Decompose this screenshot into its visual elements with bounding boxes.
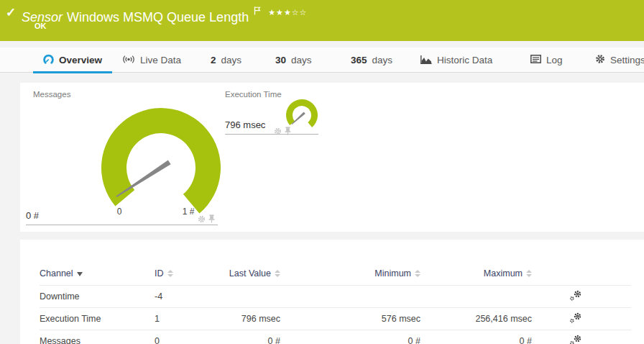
tab-2-days[interactable]: 2 days xyxy=(202,47,250,73)
tab-label: days xyxy=(372,55,393,65)
channel-maximum xyxy=(420,286,532,308)
column-header-channel[interactable]: Channel xyxy=(40,268,73,279)
column-header-last-value[interactable]: Last Value xyxy=(229,268,271,279)
flag-icon[interactable] xyxy=(254,4,261,18)
tab-30-days[interactable]: 30 days xyxy=(267,47,321,73)
channel-name[interactable]: Messages xyxy=(40,330,155,344)
channel-maximum: 0 # xyxy=(420,330,532,344)
tab-number: 30 xyxy=(275,55,286,65)
status-badge: OK xyxy=(34,22,47,30)
tab-365-days[interactable]: 365 days xyxy=(342,47,401,73)
messages-current-value: 0 # xyxy=(26,210,39,221)
sensor-header: ✓ SensorWindows MSMQ Queue Length★★★☆☆ O… xyxy=(0,0,644,41)
log-icon xyxy=(530,55,541,65)
channel-id: 0 xyxy=(155,330,216,344)
table-header-row: Channel ID Last Value Minimum Maximum xyxy=(40,266,631,286)
gear-icon xyxy=(595,54,605,66)
channel-last-value: 0 # xyxy=(216,330,280,344)
tab-number: 2 xyxy=(211,55,216,65)
execution-time-gauge-label: Execution Time xyxy=(225,90,282,99)
divider xyxy=(225,134,318,135)
tab-live-data[interactable]: Live Data xyxy=(114,47,190,73)
sort-desc-icon[interactable] xyxy=(77,272,83,276)
channel-last-value xyxy=(216,286,280,308)
area-chart-icon xyxy=(420,55,432,66)
channel-minimum: 0 # xyxy=(280,330,420,344)
channel-last-value: 796 msec xyxy=(216,308,280,330)
channel-table: Channel ID Last Value Minimum Maximum Do… xyxy=(40,266,631,344)
channel-id: -4 xyxy=(155,286,216,308)
column-header-maximum[interactable]: Maximum xyxy=(484,268,523,279)
channel-table-panel: Channel ID Last Value Minimum Maximum Do… xyxy=(20,240,644,344)
channel-minimum xyxy=(280,286,420,308)
tab-label: Live Data xyxy=(140,55,181,65)
tab-label: days xyxy=(291,55,312,65)
edit-channel-icon[interactable] xyxy=(569,293,582,303)
table-row: Messages 0 0 # 0 # 0 # xyxy=(40,330,631,344)
gauge-max-label: 1 # xyxy=(178,207,199,217)
priority-stars[interactable]: ★★★☆☆ xyxy=(268,8,307,17)
column-header-id[interactable]: ID xyxy=(155,268,164,279)
channel-name[interactable]: Execution Time xyxy=(40,308,155,330)
execution-time-gauge-tools xyxy=(274,125,291,138)
tab-label: Historic Data xyxy=(437,55,492,65)
status-check-icon: ✓ xyxy=(6,5,16,20)
gauge-icon xyxy=(43,54,54,67)
channel-name[interactable]: Downtime xyxy=(40,286,155,308)
table-row: Execution Time 1 796 msec 576 msec 256,4… xyxy=(40,308,631,330)
tab-bar: Overview Live Data 2 days 30 days 365 da… xyxy=(0,47,644,73)
column-header-minimum[interactable]: Minimum xyxy=(374,268,411,279)
edit-channel-icon[interactable] xyxy=(569,338,582,344)
messages-gauge-label: Messages xyxy=(33,90,70,99)
sort-icon[interactable] xyxy=(167,270,173,277)
tab-number: 365 xyxy=(351,55,367,65)
tab-historic-data[interactable]: Historic Data xyxy=(412,47,501,73)
gear-icon[interactable] xyxy=(274,125,282,138)
tab-log[interactable]: Log xyxy=(522,47,571,73)
pin-icon[interactable] xyxy=(285,125,291,138)
gauges-panel: Messages 0 1 # 0 # Execution Time 796 ms… xyxy=(20,83,644,232)
tab-overview[interactable]: Overview xyxy=(33,47,112,73)
page-title: SensorWindows MSMQ Queue Length★★★☆☆ xyxy=(22,4,307,25)
channel-minimum: 576 msec xyxy=(280,308,420,330)
tab-label: days xyxy=(221,55,242,65)
sensor-name: Windows MSMQ Queue Length xyxy=(67,10,249,24)
tab-label: Settings xyxy=(610,55,644,65)
live-data-icon xyxy=(122,55,135,66)
channel-maximum: 256,416 msec xyxy=(420,308,532,330)
sort-icon[interactable] xyxy=(526,270,532,277)
table-row: Downtime -4 xyxy=(40,286,631,308)
tab-settings[interactable]: Settings xyxy=(586,47,644,73)
channel-id: 1 xyxy=(155,308,216,330)
gauge-needle xyxy=(292,112,305,125)
gauge-min-label: 0 xyxy=(112,207,126,217)
messages-gauge[interactable] xyxy=(89,102,233,225)
edit-channel-icon[interactable] xyxy=(569,315,582,325)
sort-icon[interactable] xyxy=(415,270,420,277)
tab-label: Overview xyxy=(59,55,102,65)
execution-time-current-value: 796 msec xyxy=(225,119,265,130)
sort-icon[interactable] xyxy=(275,270,280,277)
divider xyxy=(26,225,218,225)
tab-label: Log xyxy=(546,55,563,65)
